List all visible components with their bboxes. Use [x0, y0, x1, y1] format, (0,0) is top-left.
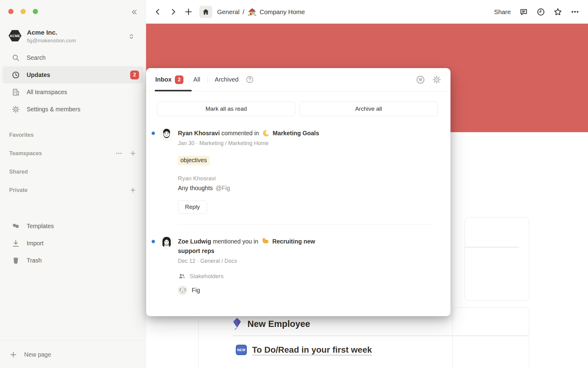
notion-app-window: ACME Acme Inc. fig@makenotion.com Search — [0, 0, 588, 368]
workspace-name: Acme Inc. — [27, 28, 76, 37]
sidebar-item-label: Trash — [27, 257, 42, 264]
history-clock-icon[interactable] — [536, 7, 545, 16]
filter-icon[interactable] — [416, 75, 425, 84]
sidebar-item-label: Templates — [27, 223, 54, 230]
trash-icon — [12, 256, 20, 265]
comment-text: Any thoughts @Fig — [178, 185, 432, 192]
sidebar-section-shared[interactable]: Shared — [0, 163, 146, 181]
inbox-header: Inbox 2 All Archived — [146, 68, 450, 91]
page-card — [452, 307, 529, 368]
card-divider — [465, 247, 519, 247]
workspace-email: fig@makenotion.com — [27, 38, 76, 44]
section-divider — [233, 335, 529, 336]
crescent-moon-emoji — [262, 129, 270, 137]
add-private-page-icon[interactable] — [129, 186, 137, 194]
notification-meta: Dec 12 · General / Docs — [178, 258, 432, 264]
share-button[interactable]: Share — [494, 8, 511, 16]
back-icon[interactable] — [153, 7, 162, 16]
sidebar-item-updates[interactable]: Updates 2 — [2, 66, 143, 83]
tab-archived[interactable]: Archived — [215, 76, 239, 83]
avatar — [160, 127, 173, 141]
sidebar-item-label: Search — [27, 54, 46, 61]
more-options-icon[interactable] — [571, 7, 579, 16]
sidebar-tools: Templates Import Trash — [0, 217, 146, 269]
inbox-count-badge: 2 — [175, 75, 183, 84]
sidebar-item-search[interactable]: Search — [2, 49, 143, 66]
tab-all[interactable]: All — [193, 76, 200, 83]
clock-icon — [12, 71, 20, 79]
unread-dot — [152, 240, 155, 243]
breadcrumb-section[interactable]: General — [217, 8, 239, 16]
person-row: Fig — [178, 286, 432, 295]
fig-avatar — [178, 286, 187, 295]
add-teamspace-icon[interactable] — [129, 150, 137, 157]
group-name[interactable]: Stakeholders — [190, 273, 224, 280]
page-card — [465, 217, 529, 301]
highlighted-quote: objectives — [178, 156, 209, 165]
building-icon — [12, 88, 20, 96]
avatar — [160, 236, 173, 249]
page-link-to-do-read[interactable]: To Do/Read in your first week — [252, 345, 372, 355]
window-close-button[interactable] — [8, 9, 13, 14]
mark-all-read-button[interactable]: Mark all as read — [157, 102, 295, 116]
new-emoji: NEW — [236, 345, 247, 355]
sidebar-item-all-teamspaces[interactable]: All teamspaces — [2, 83, 143, 101]
help-icon[interactable] — [246, 75, 254, 84]
tab-inbox[interactable]: Inbox 2 — [155, 75, 183, 84]
page-section-heading: New Employee — [247, 319, 310, 329]
reply-button[interactable]: Reply — [178, 200, 207, 214]
plus-icon — [9, 351, 17, 359]
forward-icon[interactable] — [169, 7, 178, 16]
window-controls — [0, 0, 146, 14]
sidebar-item-label: Updates — [27, 71, 50, 79]
sidebar-section-private[interactable]: Private — [0, 181, 146, 199]
inbox-settings-gear-icon[interactable] — [432, 75, 441, 84]
sidebar-item-import[interactable]: Import — [2, 235, 143, 252]
notification-title: Ryan Khosravi commented in Marketing Goa… — [178, 128, 337, 138]
flexed-biceps-emoji — [261, 237, 270, 245]
person-name[interactable]: Fig — [192, 287, 200, 294]
comment-author: Ryan Khosravi — [178, 175, 432, 182]
sidebar-item-label: Settings & members — [27, 106, 81, 113]
people-icon — [178, 272, 186, 280]
sidebar: ACME Acme Inc. fig@makenotion.com Search — [0, 0, 146, 368]
breadcrumb: General / Company Home — [217, 7, 305, 17]
notification-item[interactable]: Ryan Khosravi commented in Marketing Goa… — [146, 116, 450, 224]
collapse-sidebar-icon[interactable] — [129, 7, 138, 17]
active-tab-indicator — [155, 90, 192, 91]
notification-title: Zoe Ludwig mentioned you in Recruiting n… — [178, 237, 337, 256]
house-emoji — [247, 7, 257, 17]
sidebar-section-teamspaces[interactable]: Teamspaces — [0, 144, 146, 163]
sidebar-nav: Search Updates 2 All teamspaces Setting — [0, 49, 146, 118]
favorite-star-icon[interactable] — [553, 7, 562, 16]
sidebar-section-favorites[interactable]: Favorites — [0, 126, 146, 144]
sidebar-footer: New page — [0, 340, 146, 368]
sidebar-item-label: Import — [27, 240, 43, 247]
gear-icon — [12, 105, 20, 113]
topbar: General / Company Home Share — [146, 0, 588, 24]
workspace-switcher[interactable]: ACME Acme Inc. fig@makenotion.com — [9, 28, 141, 44]
window-minimize-button[interactable] — [21, 9, 26, 14]
sidebar-item-settings[interactable]: Settings & members — [2, 101, 143, 118]
window-zoom-button[interactable] — [33, 9, 38, 14]
notification-item[interactable]: Zoe Ludwig mentioned you in Recruiting n… — [146, 224, 450, 295]
search-icon — [12, 54, 20, 62]
notification-meta: Jan 30 · Marketing / Marketing Home — [178, 140, 432, 147]
home-button[interactable] — [199, 6, 212, 18]
sidebar-item-label: All teamspaces — [27, 89, 67, 96]
mention-fig[interactable]: @Fig — [216, 185, 230, 191]
breadcrumb-separator: / — [243, 8, 244, 16]
sidebar-item-trash[interactable]: Trash — [2, 252, 143, 269]
breadcrumb-page[interactable]: Company Home — [260, 8, 305, 16]
page-card-border — [198, 319, 199, 368]
group-row: Stakeholders — [178, 272, 432, 280]
new-tab-plus-icon[interactable] — [184, 7, 193, 16]
sidebar-item-templates[interactable]: Templates — [2, 217, 143, 235]
workspace-switch-icon — [127, 33, 135, 40]
archive-all-button[interactable]: Archive all — [300, 102, 438, 116]
comments-icon[interactable] — [519, 7, 528, 16]
more-options-icon[interactable] — [115, 150, 123, 157]
home-icon — [202, 8, 210, 16]
new-page-button[interactable]: New page — [0, 341, 146, 368]
updates-count-badge: 2 — [130, 71, 139, 79]
